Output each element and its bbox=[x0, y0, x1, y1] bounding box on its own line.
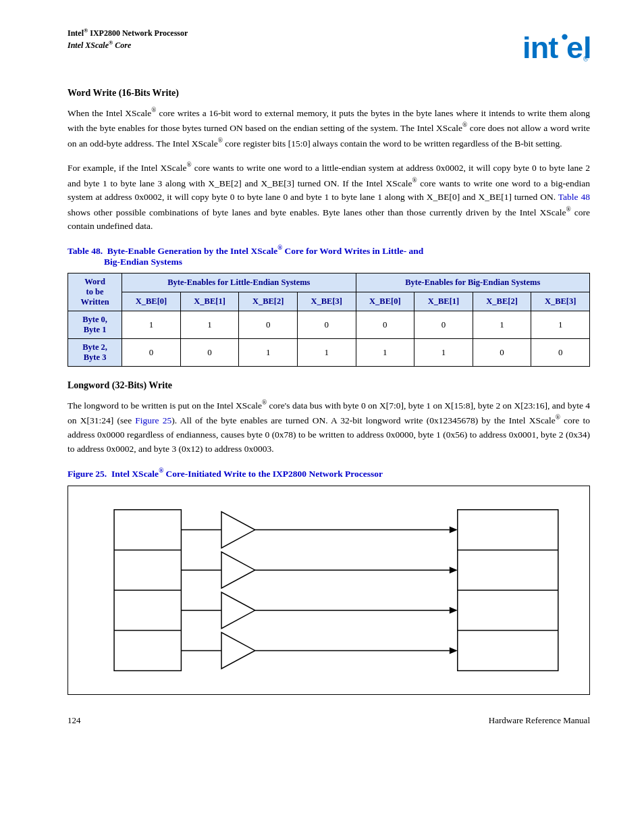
row2-be-be3: 0 bbox=[531, 338, 590, 366]
svg-point-2 bbox=[562, 34, 567, 39]
svg-marker-19 bbox=[450, 567, 458, 573]
svg-marker-10 bbox=[221, 592, 255, 629]
figure25-link[interactable]: Figure 25 bbox=[135, 415, 171, 425]
svg-marker-8 bbox=[221, 512, 255, 548]
table48-link[interactable]: Table 48 bbox=[558, 192, 590, 202]
row2-le-be0: 0 bbox=[122, 338, 181, 366]
section2-para1: The longword to be written is put on the… bbox=[68, 398, 590, 457]
intel-logo-svg: int el ® bbox=[522, 27, 590, 68]
section1-para2: For example, if the Intel XScale® core w… bbox=[68, 160, 590, 234]
row2-be-be1: 1 bbox=[414, 338, 473, 366]
row1-be-be3: 1 bbox=[531, 311, 590, 338]
table-row: Byte 2,Byte 3 0 0 1 1 1 1 0 0 bbox=[68, 338, 590, 366]
col-le-be1: X_BE[1] bbox=[180, 292, 239, 311]
row1-le-be2: 0 bbox=[239, 311, 298, 338]
col-le-group-header: Byte-Enables for Little-Endian Systems bbox=[122, 273, 356, 292]
header-line2: Intel XScale® Core bbox=[68, 39, 188, 51]
row1-be-be2: 1 bbox=[473, 311, 531, 338]
row2-le-be1: 0 bbox=[180, 338, 239, 366]
svg-marker-17 bbox=[450, 527, 458, 533]
col-be-be1: X_BE[1] bbox=[414, 292, 473, 311]
header-line1: Intel® IXP2800 Network Processor bbox=[68, 27, 188, 39]
figure-diagram bbox=[68, 486, 590, 695]
row1-word: Byte 0,Byte 1 bbox=[68, 311, 122, 338]
section1-para1: When the Intel XScale® core writes a 16-… bbox=[68, 105, 590, 151]
row2-le-be2: 1 bbox=[239, 338, 298, 366]
table-row: Byte 0,Byte 1 1 1 0 0 0 0 1 1 bbox=[68, 311, 590, 338]
col-be-be2: X_BE[2] bbox=[473, 292, 531, 311]
figure-caption: Figure 25. Intel XScale® Core-Initiated … bbox=[68, 467, 590, 479]
row1-be-be0: 0 bbox=[356, 311, 414, 338]
row1-be-be1: 0 bbox=[414, 311, 473, 338]
svg-marker-21 bbox=[450, 607, 458, 614]
col-le-be3: X_BE[3] bbox=[297, 292, 356, 311]
diagram-svg bbox=[68, 486, 589, 694]
col-be-be0: X_BE[0] bbox=[356, 292, 414, 311]
section1-title: Word Write (16-Bits Write) bbox=[68, 88, 590, 99]
row2-le-be3: 1 bbox=[297, 338, 356, 366]
row1-le-be3: 0 bbox=[297, 311, 356, 338]
col-le-be0: X_BE[0] bbox=[122, 292, 181, 311]
page-number: 124 bbox=[68, 715, 81, 726]
manual-title: Hardware Reference Manual bbox=[489, 715, 590, 726]
col-be-group-header: Byte-Enables for Big-Endian Systems bbox=[356, 273, 589, 292]
svg-text:int: int bbox=[522, 30, 558, 65]
page-footer: 124 Hardware Reference Manual bbox=[68, 715, 590, 726]
table-caption: Table 48. Byte-Enable Generation by the … bbox=[68, 244, 590, 267]
row1-le-be1: 1 bbox=[180, 311, 239, 338]
col-be-be3: X_BE[3] bbox=[531, 292, 590, 311]
section2-title: Longword (32-Bits) Write bbox=[68, 380, 590, 391]
page: Intel® IXP2800 Network Processor Intel X… bbox=[0, 0, 644, 834]
page-header: Intel® IXP2800 Network Processor Intel X… bbox=[68, 27, 590, 68]
svg-marker-23 bbox=[450, 648, 458, 654]
intel-logo: int el ® bbox=[522, 27, 590, 68]
col-le-be2: X_BE[2] bbox=[239, 292, 298, 311]
col-word-header: Wordto beWritten bbox=[68, 273, 122, 311]
row2-word: Byte 2,Byte 3 bbox=[68, 338, 122, 366]
svg-marker-9 bbox=[221, 552, 255, 588]
svg-marker-11 bbox=[221, 633, 255, 669]
row2-be-be2: 0 bbox=[473, 338, 531, 366]
svg-text:®: ® bbox=[583, 55, 589, 63]
header-text: Intel® IXP2800 Network Processor Intel X… bbox=[68, 27, 188, 51]
byte-enable-table: Wordto beWritten Byte-Enables for Little… bbox=[68, 273, 590, 367]
row2-be-be0: 1 bbox=[356, 338, 414, 366]
row1-le-be0: 1 bbox=[122, 311, 181, 338]
